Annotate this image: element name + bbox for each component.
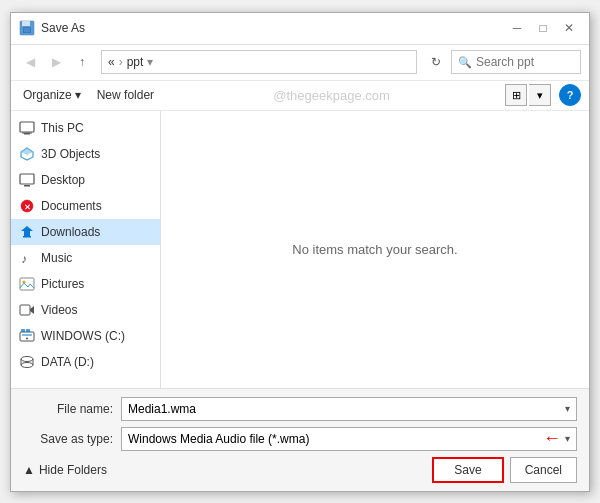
sidebar-item-this-pc[interactable]: This PC	[11, 115, 160, 141]
watermark: @thegeekpage.com	[166, 88, 497, 103]
svg-rect-23	[21, 329, 25, 332]
svg-rect-9	[20, 174, 34, 184]
breadcrumb-dropdown-icon: ▾	[147, 55, 153, 69]
svg-point-22	[26, 337, 28, 339]
filetype-value: Windows Media Audio file (*.wma)	[128, 432, 543, 446]
help-icon: ?	[567, 89, 574, 101]
sidebar-item-videos[interactable]: Videos	[11, 297, 160, 323]
maximize-button[interactable]: □	[531, 18, 555, 38]
filetype-row: Save as type: Windows Media Audio file (…	[23, 427, 577, 451]
help-button[interactable]: ?	[559, 84, 581, 106]
refresh-button[interactable]: ↻	[425, 51, 447, 73]
title-bar-left: Save As	[19, 20, 85, 36]
search-box: 🔍	[451, 50, 581, 74]
filename-row: File name: ▾	[23, 397, 577, 421]
filename-label: File name:	[23, 402, 113, 416]
view-mode-button[interactable]: ⊞	[505, 84, 527, 106]
close-button[interactable]: ✕	[557, 18, 581, 38]
dialog-icon	[19, 20, 35, 36]
svg-rect-14	[23, 236, 31, 238]
sidebar-label-downloads: Downloads	[41, 225, 100, 239]
sidebar-label-documents: Documents	[41, 199, 102, 213]
sidebar-label-videos: Videos	[41, 303, 77, 317]
view-dropdown-icon: ▾	[537, 89, 543, 102]
view-icon: ⊞	[512, 89, 521, 102]
filename-dropdown-icon: ▾	[565, 403, 570, 414]
forward-icon: ▶	[52, 55, 61, 69]
sidebar-item-pictures[interactable]: Pictures	[11, 271, 160, 297]
minimize-button[interactable]: ─	[505, 18, 529, 38]
3d-objects-icon	[19, 146, 35, 162]
filename-input[interactable]	[128, 402, 565, 416]
svg-rect-21	[22, 334, 32, 336]
sidebar-item-music[interactable]: ♪ Music	[11, 245, 160, 271]
drive-windows-icon	[19, 328, 35, 344]
sidebar-label-windows-c: WINDOWS (C:)	[41, 329, 125, 343]
filename-input-wrapper: ▾	[121, 397, 577, 421]
sidebar: This PC 3D Objects	[11, 111, 161, 388]
svg-rect-10	[24, 185, 30, 187]
svg-marker-8	[21, 148, 33, 155]
sidebar-label-data-d: DATA (D:)	[41, 355, 94, 369]
back-button[interactable]: ◀	[19, 51, 41, 73]
filetype-label: Save as type:	[23, 432, 113, 446]
dialog-title: Save As	[41, 21, 85, 35]
cancel-button[interactable]: Cancel	[510, 457, 577, 483]
search-input[interactable]	[476, 55, 600, 69]
breadcrumb-current: ppt	[127, 55, 144, 69]
sidebar-item-windows-c[interactable]: WINDOWS (C:)	[11, 323, 160, 349]
svg-rect-20	[20, 332, 34, 341]
svg-point-25	[21, 356, 33, 361]
hide-folders-label: Hide Folders	[39, 463, 107, 477]
organize-dropdown-icon	[75, 88, 81, 102]
content-area: No items match your search.	[161, 111, 589, 388]
sidebar-item-documents[interactable]: ✕ Documents	[11, 193, 160, 219]
svg-rect-24	[26, 329, 30, 332]
forward-button[interactable]: ▶	[45, 51, 67, 73]
sidebar-label-3d-objects: 3D Objects	[41, 147, 100, 161]
view-toggle: ⊞ ▾	[505, 84, 551, 106]
action-buttons: Save Cancel	[432, 457, 577, 483]
organize-button[interactable]: Organize	[19, 86, 85, 104]
pc-icon	[19, 120, 35, 136]
svg-text:✕: ✕	[24, 202, 31, 211]
videos-icon	[19, 302, 35, 318]
filetype-select-wrapper[interactable]: Windows Media Audio file (*.wma) ← ▾	[121, 427, 577, 451]
sidebar-item-desktop[interactable]: Desktop	[11, 167, 160, 193]
search-icon: 🔍	[458, 56, 472, 69]
new-folder-label: New folder	[97, 88, 154, 102]
arrow-indicator: ← ▾	[543, 428, 570, 449]
main-area: This PC 3D Objects	[11, 111, 589, 388]
hide-folders-button[interactable]: ▲ Hide Folders	[23, 463, 107, 477]
back-icon: ◀	[26, 55, 35, 69]
save-button[interactable]: Save	[432, 457, 503, 483]
documents-icon: ✕	[19, 198, 35, 214]
save-as-dialog: Save As ─ □ ✕ ◀ ▶ ↑ « › ppt ▾ ↻ 🔍	[10, 12, 590, 492]
svg-rect-4	[20, 122, 34, 132]
red-arrow-icon: ←	[543, 428, 561, 449]
sidebar-label-music: Music	[41, 251, 72, 265]
breadcrumb[interactable]: « › ppt ▾	[101, 50, 417, 74]
refresh-icon: ↻	[431, 55, 441, 69]
svg-rect-3	[24, 28, 30, 32]
svg-marker-19	[30, 306, 34, 314]
up-icon: ↑	[79, 55, 85, 69]
svg-rect-18	[20, 305, 30, 315]
breadcrumb-separator: ›	[119, 55, 123, 69]
new-folder-button[interactable]: New folder	[93, 86, 158, 104]
svg-marker-13	[21, 226, 33, 236]
sidebar-label-pictures: Pictures	[41, 277, 84, 291]
desktop-icon	[19, 172, 35, 188]
up-button[interactable]: ↑	[71, 51, 93, 73]
view-dropdown-button[interactable]: ▾	[529, 84, 551, 106]
bottom-area: File name: ▾ Save as type: Windows Media…	[11, 388, 589, 491]
breadcrumb-root: «	[108, 55, 115, 69]
title-bar: Save As ─ □ ✕	[11, 13, 589, 45]
pictures-icon	[19, 276, 35, 292]
sidebar-item-data-d[interactable]: DATA (D:)	[11, 349, 160, 375]
sidebar-item-3d-objects[interactable]: 3D Objects	[11, 141, 160, 167]
svg-rect-1	[22, 21, 30, 26]
sidebar-item-downloads[interactable]: Downloads	[11, 219, 160, 245]
filetype-dropdown-icon: ▾	[565, 433, 570, 444]
empty-message: No items match your search.	[292, 242, 457, 257]
